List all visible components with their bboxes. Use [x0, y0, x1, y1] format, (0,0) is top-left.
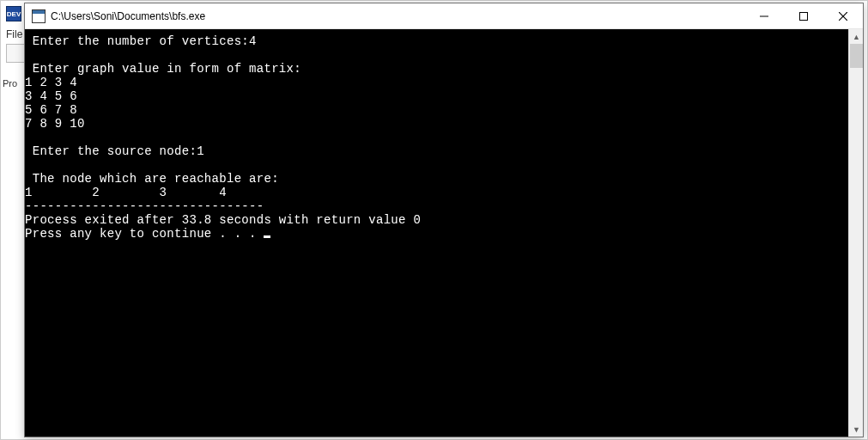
line-matrix-row-4: 7 8 9 10 — [25, 117, 85, 131]
console-titlebar[interactable]: C:\Users\Soni\Documents\bfs.exe — [25, 3, 863, 29]
line-reachable-nodes: 1 2 3 4 — [25, 186, 227, 199]
line-matrix-prompt: Enter graph value in form of matrix: — [25, 62, 301, 76]
line-source-prompt: Enter the source node:1 — [25, 144, 204, 158]
line-matrix-row-1: 1 2 3 4 — [25, 76, 77, 89]
console-window: C:\Users\Soni\Documents\bfs.exe Enter th… — [24, 3, 864, 437]
text-cursor — [264, 235, 270, 238]
line-vertices-prompt: Enter the number of vertices:4 — [25, 34, 257, 48]
console-body-wrapper: Enter the number of vertices:4 Enter gra… — [25, 29, 863, 437]
line-reachable-header: The node which are reachable are: — [25, 172, 279, 186]
maximize-button[interactable] — [784, 3, 823, 29]
vertical-scrollbar[interactable]: ▲ ▼ — [848, 29, 863, 437]
minimize-button[interactable] — [744, 3, 784, 29]
svg-rect-1 — [800, 13, 808, 21]
console-output[interactable]: Enter the number of vertices:4 Enter gra… — [25, 29, 848, 437]
background-side-label: Pro — [3, 78, 17, 89]
console-app-icon — [32, 9, 46, 23]
line-exit-message: Process exited after 33.8 seconds with r… — [25, 213, 421, 227]
scroll-up-arrow-icon[interactable]: ▲ — [849, 29, 863, 44]
close-button[interactable] — [823, 3, 863, 29]
scroll-down-arrow-icon[interactable]: ▼ — [849, 422, 863, 437]
window-controls — [744, 3, 863, 28]
line-matrix-row-2: 3 4 5 6 — [25, 89, 77, 103]
scroll-thumb[interactable] — [850, 44, 863, 68]
minimize-icon — [760, 12, 768, 21]
line-separator: -------------------------------- — [25, 199, 264, 213]
devcpp-icon: DEV — [6, 6, 21, 21]
line-matrix-row-3: 5 6 7 8 — [25, 103, 77, 117]
console-title-text: C:\Users\Soni\Documents\bfs.exe — [51, 10, 744, 22]
maximize-icon — [799, 12, 808, 21]
toolbar-button[interactable] — [6, 44, 25, 63]
close-icon — [839, 12, 847, 21]
line-continue-message: Press any key to continue . . . — [25, 227, 264, 241]
